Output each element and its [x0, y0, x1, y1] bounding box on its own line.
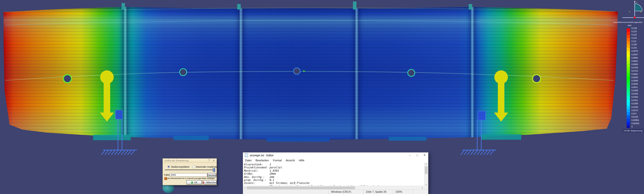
- scale-slider[interactable]: [165, 170, 213, 170]
- notepad-icon: [245, 153, 248, 157]
- manhole-1: [63, 75, 71, 83]
- legend-band: [627, 112, 630, 115]
- radio-scaling-factor[interactable]: [167, 165, 170, 168]
- legend-band: [627, 32, 630, 35]
- menu-item-4[interactable]: Hilfe: [297, 159, 306, 162]
- scroll-left-icon[interactable]: ◄: [243, 187, 247, 188]
- status-cursor-position: Zeile 7, Spalte 26: [363, 190, 393, 194]
- manhole-3: [294, 68, 300, 74]
- default-checkbox[interactable]: [164, 177, 167, 180]
- text-editor-area[interactable]: Alvareztank: 1 Projektionsmod: parallel …: [243, 163, 424, 186]
- radio-max-amplitude[interactable]: [192, 165, 195, 168]
- legend-value: 0,123: [631, 30, 639, 33]
- legend-value: 0,0213: [631, 109, 639, 112]
- y-axis-label: y: [640, 10, 641, 13]
- node-marker-icon: [303, 70, 305, 72]
- notepad-menu-bar: DateiBearbeitenFormatAnsichtHilfe: [243, 158, 428, 163]
- upper-seam-line: [5, 21, 614, 25]
- legend-value: 0,0937: [631, 54, 639, 56]
- manhole-2: [180, 69, 187, 76]
- legend-value: 0,106: [631, 43, 639, 46]
- legend-value: 0,00426: [631, 122, 639, 125]
- catia-viewport[interactable]: z x y Translationsverschiebungsvekto mm …: [0, 0, 644, 194]
- notepad-title-bar[interactable]: anzeiger.txt - Editor – □ ✕: [243, 153, 428, 158]
- legend-band: [627, 61, 630, 64]
- legend-unit: mm: [628, 24, 631, 27]
- legend-value: 0,0596: [631, 80, 639, 82]
- notepad-window: anzeiger.txt - Editor – □ ✕ DateiBearbei…: [243, 152, 428, 194]
- scroll-right-icon[interactable]: ►: [421, 187, 424, 188]
- scroll-up-icon[interactable]: ▲: [424, 163, 428, 165]
- manhole-4: [408, 69, 415, 76]
- legend-band: [627, 67, 630, 70]
- legend-value: 0,0255: [631, 106, 639, 108]
- color-legend: Translationsverschiebungsvekto mm 0,1280…: [613, 21, 644, 23]
- legend-band: [627, 96, 630, 99]
- vertical-scrollbar[interactable]: ▲ ▼: [424, 163, 428, 186]
- dialog-help-icon[interactable]: ?: [207, 159, 211, 163]
- standard-button[interactable]: Standard: [207, 173, 216, 177]
- legend-value: 0,0979: [631, 50, 639, 52]
- legend-band: [627, 64, 630, 67]
- close-icon[interactable]: ✕: [421, 153, 428, 158]
- maximize-icon[interactable]: □: [414, 153, 421, 158]
- vertical-scroll-thumb[interactable]: [425, 166, 428, 174]
- legend-band: [627, 28, 630, 32]
- load-arrow-right: [494, 70, 508, 122]
- legend-value: 0,0809: [631, 63, 639, 66]
- legend-value: 0,0553: [631, 83, 639, 85]
- legend-value: 0,0724: [631, 70, 639, 72]
- legend-value: 0,128: [631, 27, 639, 29]
- menu-item-1[interactable]: Bearbeiten: [254, 159, 271, 162]
- scroll-down-icon[interactable]: ▼: [424, 184, 428, 185]
- top-edge-line: [4, 8, 615, 12]
- legend-band: [627, 51, 630, 54]
- legend-value: 0,0341: [631, 99, 639, 102]
- notepad-status-bar: Windows (CRLF) Zeile 7, Spalte 26 100%: [243, 189, 428, 194]
- legend-band: [627, 57, 630, 61]
- legend-band: [627, 54, 630, 58]
- legend-band: [627, 99, 630, 103]
- legend-value: 0,0766: [631, 67, 639, 69]
- legend-band: [627, 122, 630, 125]
- scale-slider-handle[interactable]: [213, 168, 215, 172]
- scrollbar-corner: [424, 186, 428, 190]
- legend-value: 0,0894: [631, 57, 639, 59]
- bottom-feet: [93, 134, 521, 142]
- factor-input[interactable]: 2000: [170, 173, 207, 177]
- legend-band: [627, 103, 630, 106]
- manholes: [63, 68, 541, 83]
- manhole-5: [533, 75, 541, 83]
- legend-value: 0,0383: [631, 96, 639, 98]
- legend-colorbar: [627, 28, 630, 128]
- menu-item-3[interactable]: Ansicht: [284, 159, 297, 162]
- legend-value: 0: [631, 126, 639, 128]
- status-zoom-level: 100%: [393, 190, 413, 194]
- legend-value: 0,0468: [631, 89, 639, 92]
- legend-value: 0,017: [631, 113, 639, 115]
- legend-band: [627, 93, 630, 96]
- dialog-close-icon[interactable]: ✕: [212, 159, 216, 163]
- minimize-icon[interactable]: –: [406, 153, 414, 158]
- status-end-cell: [413, 190, 428, 194]
- legend-value: 0,102: [631, 47, 639, 49]
- legend-band: [627, 86, 630, 90]
- horizontal-scrollbar[interactable]: ◄ ►: [243, 186, 424, 190]
- legend-band: [627, 83, 630, 86]
- menu-item-2[interactable]: Format: [271, 159, 284, 162]
- scaling-dialog: Größe der Erweiterung ? ✕ Skalierungsfak…: [163, 158, 217, 185]
- horizontal-scroll-thumb[interactable]: [247, 186, 355, 189]
- legend-band: [627, 41, 630, 44]
- legend-value: 0,119: [631, 34, 639, 36]
- cancel-ball-icon: [203, 181, 204, 183]
- caret-line-post: Flansche: [295, 181, 309, 184]
- menu-item-0[interactable]: Datei: [243, 159, 254, 162]
- legend-band: [627, 119, 630, 122]
- editor-lines: Alvareztank: 1 Projektionsmod: parallel …: [244, 163, 282, 181]
- cancel-button[interactable]: Abbrechen: [203, 180, 217, 184]
- legend-value: 0,0128: [631, 116, 639, 118]
- legend-value: 0,0851: [631, 60, 639, 62]
- ok-button[interactable]: OK: [186, 180, 202, 184]
- legend-footer: Auf der Begrenzung: [623, 129, 643, 132]
- legend-band: [627, 80, 630, 83]
